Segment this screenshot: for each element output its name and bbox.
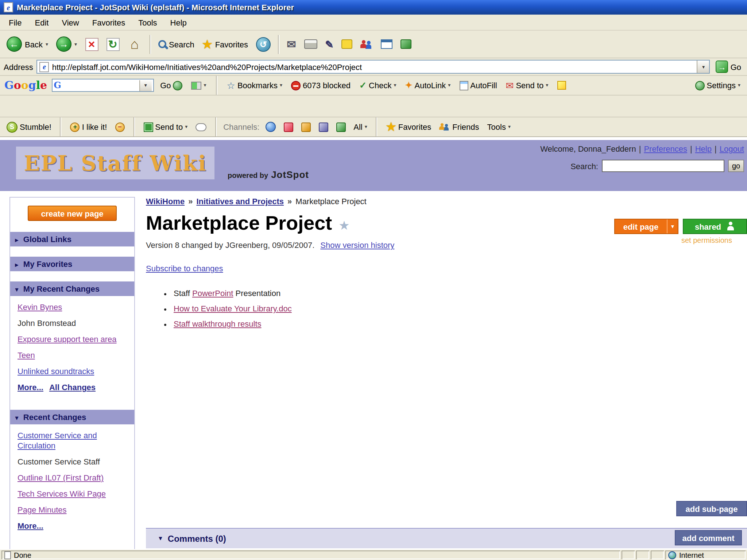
edit-page-button[interactable]: edit page ▼ xyxy=(614,219,678,234)
autofill-button[interactable]: AutoFill xyxy=(457,79,499,92)
popup-blocker-button[interactable]: 6073 blocked xyxy=(289,79,353,92)
edit-page-dropdown[interactable]: ▼ xyxy=(667,219,678,233)
menu-tools[interactable]: Tools xyxy=(132,15,163,30)
dislike-button[interactable]: − xyxy=(113,121,127,133)
bookmarks-button[interactable]: ☆ Bookmarks ▾ xyxy=(225,78,285,92)
recent-page-link[interactable]: Page Minutes xyxy=(18,505,67,514)
sidebar-section-my-recent-changes[interactable]: My Recent Changes xyxy=(10,281,134,296)
channel-photos-button[interactable] xyxy=(281,121,295,133)
show-version-history-link[interactable]: Show version history xyxy=(320,241,394,249)
recent-page-link[interactable]: Kevin Bynes xyxy=(18,303,62,311)
discuss-button[interactable] xyxy=(338,32,356,56)
more-link[interactable]: More... xyxy=(18,383,43,392)
history-button[interactable]: ↺ xyxy=(252,32,274,56)
messenger-button[interactable] xyxy=(357,32,377,56)
search-button[interactable]: Search xyxy=(154,32,198,56)
breadcrumb-initiatives[interactable]: Initiatives and Projects xyxy=(196,197,284,206)
media-button[interactable] xyxy=(378,32,396,56)
sidebar-section-recent-changes[interactable]: Recent Changes xyxy=(10,410,134,424)
channels-all-button[interactable]: All ▾ xyxy=(351,121,369,133)
menu-help[interactable]: Help xyxy=(164,15,193,30)
print-button[interactable] xyxy=(300,32,321,56)
go-button[interactable]: → Go xyxy=(714,60,743,74)
google-go-button[interactable]: Go xyxy=(158,79,185,92)
address-input[interactable]: e http://eplstaff.jot.com/WikiHome/Initi… xyxy=(37,60,710,74)
mail-button[interactable]: ✉ xyxy=(283,32,299,56)
welcome-text: Welcome, Donna_Feddern xyxy=(540,144,636,153)
more-link[interactable]: More... xyxy=(18,521,43,530)
wiki-search-go-button[interactable]: go xyxy=(728,160,744,172)
stumble-favorites-button[interactable]: ★ Favorites xyxy=(384,119,433,135)
thumbs-down-icon: − xyxy=(115,122,124,132)
recent-page-link[interactable]: John Bromstead xyxy=(18,319,76,327)
help-link[interactable]: Help xyxy=(695,144,712,153)
shared-button[interactable]: shared xyxy=(683,219,747,234)
google-search-input[interactable]: G ▼ xyxy=(51,79,154,92)
recent-page-link[interactable]: Customer Service Staff xyxy=(18,457,100,466)
highlighter-button[interactable] xyxy=(555,79,568,91)
comments-section-header[interactable]: Comments (0) xyxy=(146,528,747,548)
preferences-link[interactable]: Preferences xyxy=(644,144,687,153)
home-button[interactable]: ⌂ xyxy=(124,32,146,56)
address-dropdown-button[interactable]: ▼ xyxy=(697,61,709,73)
add-comment-button[interactable]: add comment xyxy=(675,530,742,545)
recent-page-link[interactable]: Teen xyxy=(18,351,35,359)
channel-news-button[interactable] xyxy=(316,121,330,133)
channel-web-button[interactable] xyxy=(263,120,278,133)
recent-page-link[interactable]: Outline IL07 (First Draft) xyxy=(18,473,104,482)
like-button[interactable]: + I like it! xyxy=(68,121,109,133)
stumbleupon-icon: S xyxy=(7,121,18,132)
page-body: create new page Global Links My Favorite… xyxy=(0,191,747,549)
menu-favorites[interactable]: Favorites xyxy=(86,15,132,30)
refresh-icon: ↻ xyxy=(106,38,119,51)
menu-edit[interactable]: Edit xyxy=(28,15,55,30)
pagerank-button[interactable]: ▾ xyxy=(189,80,209,91)
menu-view[interactable]: View xyxy=(55,15,85,30)
menu-file[interactable]: File xyxy=(2,15,28,30)
add-subpage-button[interactable]: add sub-page xyxy=(676,501,747,516)
back-button[interactable]: ← Back ▾ xyxy=(3,32,52,56)
create-new-page-button[interactable]: create new page xyxy=(28,206,117,221)
spellcheck-button[interactable]: ✓ Check ▾ xyxy=(357,79,399,92)
refresh-button[interactable]: ↻ xyxy=(102,32,123,56)
recent-page-link[interactable]: Customer Service and Circulation xyxy=(18,431,97,450)
evaluate-library-doc-link[interactable]: How to Evaluate Your Library.doc xyxy=(174,304,292,313)
sidebar-section-my-favorites[interactable]: My Favorites xyxy=(10,257,134,271)
channel-games-button[interactable] xyxy=(334,121,348,133)
check-icon: ✓ xyxy=(359,80,367,90)
powerpoint-link[interactable]: PowerPoint xyxy=(192,289,233,298)
set-permissions-link[interactable]: set permissions xyxy=(681,236,747,244)
walkthrough-results-link[interactable]: Staff walkthrough results xyxy=(174,319,262,328)
list-item: More...All Changes xyxy=(18,382,130,392)
recent-page-link[interactable]: Exposure support teen area xyxy=(18,335,117,343)
stumble-button[interactable]: S Stumble! xyxy=(4,120,54,134)
stumble-sendto-button[interactable]: Send to ▾ xyxy=(141,121,190,133)
subscribe-link[interactable]: Subscribe to changes xyxy=(146,264,223,273)
autolink-button[interactable]: ✦ AutoLink ▾ xyxy=(403,79,453,92)
recent-page-link[interactable]: Unlinked soundtracks xyxy=(18,367,94,376)
google-logo: Google xyxy=(4,79,47,92)
address-url: http://eplstaff.jot.com/WikiHome/Initiat… xyxy=(52,62,694,71)
all-changes-link[interactable]: All Changes xyxy=(49,383,96,392)
search-label: Search: xyxy=(570,162,598,170)
google-sendto-button[interactable]: ✉ Send to ▾ xyxy=(504,78,551,92)
channel-video-button[interactable] xyxy=(299,121,313,133)
logout-link[interactable]: Logout xyxy=(720,144,744,153)
sidebar-section-global-links[interactable]: Global Links xyxy=(10,232,134,246)
wiki-search-input[interactable] xyxy=(602,160,724,172)
breadcrumb-wikihome[interactable]: WikiHome xyxy=(146,197,185,206)
media-icon xyxy=(381,39,393,49)
friends-button[interactable]: Friends xyxy=(437,121,481,133)
stop-button[interactable]: × xyxy=(81,32,102,56)
google-search-dropdown[interactable]: ▼ xyxy=(139,80,151,91)
favorite-star-icon[interactable] xyxy=(332,222,350,231)
edit-button[interactable]: ✎ xyxy=(321,32,337,56)
favorites-button[interactable]: ★ Favorites xyxy=(199,32,252,56)
comment-bubble-button[interactable] xyxy=(193,121,209,132)
google-settings-button[interactable]: Settings ▾ xyxy=(693,79,743,92)
recent-page-link[interactable]: Tech Services Wiki Page xyxy=(18,489,106,498)
stumble-tools-button[interactable]: Tools ▾ xyxy=(485,121,513,133)
forward-button[interactable]: → ▾ xyxy=(53,32,81,56)
header-search: Search: go xyxy=(570,160,744,172)
research-button[interactable] xyxy=(397,32,415,56)
